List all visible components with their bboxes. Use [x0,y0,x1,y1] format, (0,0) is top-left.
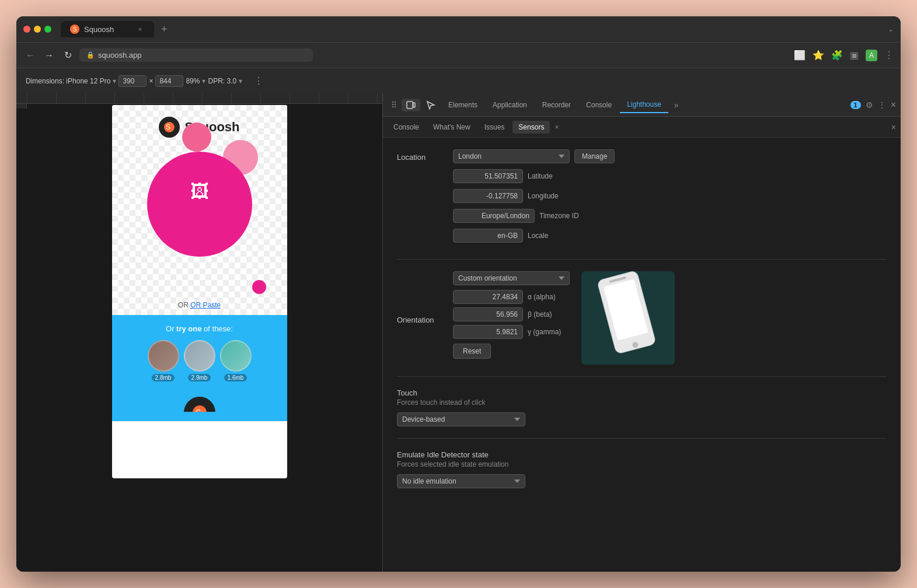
bookmark-icon[interactable]: ⭐ [813,50,824,61]
gamma-input[interactable] [453,325,523,339]
locale-input[interactable] [453,229,523,243]
zoom-control[interactable]: 89% [186,77,200,85]
phone-mockup-area: S Squoosh [27,104,382,108]
dimension-separator: × [149,77,153,85]
sensors-subtabs: Console What's New Issues Sensors × × [383,117,901,138]
settings-icon[interactable]: ⚙ [866,100,873,110]
devtools-dots-menu[interactable]: ⠿ [388,98,400,112]
browser-window: S Squoosh × + ⌄ ← → ↻ 🔒 squoosh.app ⬜ ⭐ … [16,16,901,572]
locale-label: Locale [528,232,548,240]
profile-icon[interactable]: A [866,50,877,61]
longitude-input[interactable] [453,189,523,203]
panel-close-button[interactable]: × [891,123,896,132]
title-bar: S Squoosh × + ⌄ [16,16,901,42]
orientation-controls: PortraitLandscapeCustom orientation α (a… [453,271,570,365]
locale-row: Locale [453,229,615,243]
location-top: LondonBerlinMoscowMountain ViewMumbaiSan… [453,149,615,163]
url-bar[interactable]: 🔒 squoosh.app [79,48,313,62]
sidebar-icon[interactable]: ▣ [850,50,859,61]
longitude-label: Longitude [528,192,559,200]
latitude-input[interactable] [453,169,523,183]
tab-close-button[interactable]: × [135,24,145,34]
gamma-label: γ (gamma) [528,328,561,336]
location-section: Location LondonBerlinMoscowMountain View… [397,149,887,243]
longitude-row: Longitude [453,189,615,203]
tab-console[interactable]: Console [579,97,619,113]
subtab-whatsnew[interactable]: What's New [427,121,476,134]
devtools-more-icon[interactable]: ⋮ [254,75,263,86]
back-button[interactable]: ← [23,48,37,62]
reset-orientation-button[interactable]: Reset [453,344,491,359]
location-fields: LondonBerlinMoscowMountain ViewMumbaiSan… [453,149,615,243]
devtools-tabs-right: 1 ⚙ ⋮ × [850,100,896,110]
width-input[interactable] [118,75,147,87]
chevron-down-icon[interactable]: ▾ [113,77,116,85]
forward-button[interactable]: → [42,48,56,62]
idle-desc: Forces selected idle state emulation [397,460,887,468]
inspect-icon[interactable] [421,99,440,111]
notification-badge: 1 [850,101,861,109]
cast-icon[interactable]: ⬜ [794,50,806,61]
tab-recorder[interactable]: Recorder [535,97,578,113]
idle-preset-select[interactable]: No idle emulationUser active, screen unl… [397,474,525,488]
tab-elements[interactable]: Elements [441,97,484,113]
url-text: squoosh.app [98,51,141,60]
zoom-chevron[interactable]: ▾ [202,77,205,85]
tab-application[interactable]: Application [486,97,534,113]
phone-screen: S Squoosh [112,105,287,108]
dimensions-control: Dimensions: iPhone 12 Pro ▾ × 89% ▾ DPR:… [21,75,247,87]
alpha-input[interactable] [453,290,523,304]
subtab-sensors[interactable]: Sensors [512,121,550,134]
touch-preset-select[interactable]: Device-basedForce enabledForce disabled [397,412,525,426]
orientation-main: PortraitLandscapeCustom orientation α (a… [453,271,675,365]
active-tab[interactable]: S Squoosh × [61,21,154,37]
refresh-button[interactable]: ↻ [61,48,75,62]
orientation-section: Orientation PortraitLandscapeCustom orie… [397,271,887,365]
minimize-button[interactable] [34,26,41,33]
beta-row: β (beta) [453,307,570,321]
tab-more-icon[interactable]: » [670,98,684,112]
svg-rect-5 [413,103,415,107]
tab-lighthouse[interactable]: Lighthouse [620,97,668,113]
beta-input[interactable] [453,307,523,321]
alpha-row: α (alpha) [453,290,570,304]
orientation-row: Orientation PortraitLandscapeCustom orie… [397,271,887,365]
timezone-label: Timezone ID [539,212,579,220]
subtab-console[interactable]: Console [388,121,425,134]
phone-preview-svg [591,271,663,359]
extension-icon[interactable]: 🧩 [831,50,843,61]
dimensions-label[interactable]: Dimensions: iPhone 12 Pro [26,77,110,85]
timezone-input[interactable] [453,209,535,223]
gamma-row: γ (gamma) [453,325,570,339]
main-content: S Squoosh [16,93,901,572]
svg-rect-7 [604,279,648,341]
divider-3 [397,438,887,439]
ruler-left [16,104,27,108]
location-preset-select[interactable]: LondonBerlinMoscowMountain ViewMumbaiSan… [453,149,570,163]
new-tab-button[interactable]: + [156,23,172,36]
height-input[interactable] [155,75,183,87]
phone-orientation-preview [581,271,675,365]
close-button[interactable] [23,26,30,33]
more-icon[interactable]: ⋮ [884,50,894,61]
maximize-button[interactable] [44,26,51,33]
devtools-more-options[interactable]: ⋮ [878,100,886,110]
dpr-control[interactable]: DPR: 3.0 [208,77,236,85]
devtools-close-icon[interactable]: × [891,100,896,110]
touch-desc: Forces touch instead of click [397,398,887,407]
decorative-circles [112,105,287,108]
idle-title: Emulate Idle Detector state [397,450,887,459]
manage-button[interactable]: Manage [574,149,615,163]
sensors-tab-close[interactable]: × [555,123,559,131]
subtab-issues[interactable]: Issues [479,121,511,134]
ruler-top [16,93,382,104]
orientation-preset-select[interactable]: PortraitLandscapeCustom orientation [453,271,570,285]
viewport-with-ruler: S Squoosh [16,104,382,108]
device-mode-icon[interactable] [402,99,420,111]
tab-label: Squoosh [84,25,114,34]
sensors-content: Location LondonBerlinMoscowMountain View… [383,138,901,572]
latitude-label: Latitude [528,172,553,180]
latitude-row: Latitude [453,169,615,183]
dpr-chevron[interactable]: ▾ [239,77,242,85]
browser-viewport: S Squoosh [16,93,382,572]
